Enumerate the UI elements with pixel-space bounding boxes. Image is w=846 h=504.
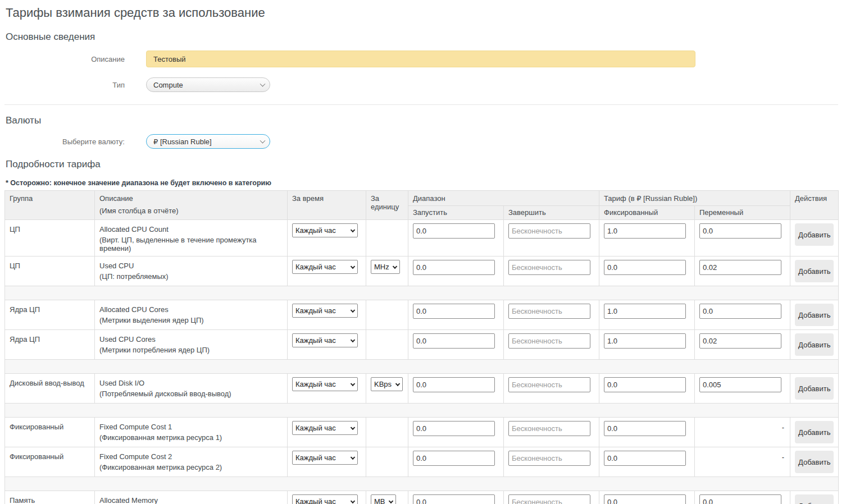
- col-header-rate: Тариф (в ₽ [Russian Ruble]): [599, 191, 790, 206]
- range-start-input[interactable]: [413, 494, 495, 504]
- per-unit-cell: [366, 300, 408, 330]
- type-form-row: Тип Compute: [4, 77, 838, 92]
- per-time-select[interactable]: Каждый час: [292, 260, 358, 274]
- description-cell: Fixed Compute Cost 1 (Фиксированная метр…: [95, 418, 288, 447]
- table-row: Ядра ЦП Used CPU Cores (Метрики потребле…: [5, 330, 839, 360]
- range-start-cell: [408, 418, 504, 447]
- add-button[interactable]: Добавить: [795, 421, 834, 443]
- add-button[interactable]: Добавить: [795, 451, 834, 473]
- range-end-input[interactable]: [508, 260, 590, 275]
- range-start-input[interactable]: [413, 304, 495, 319]
- per-time-select[interactable]: Каждый час: [292, 333, 358, 347]
- fixed-rate-input[interactable]: [604, 421, 686, 436]
- range-end-input[interactable]: [508, 451, 590, 466]
- unit-select[interactable]: MB: [371, 494, 396, 504]
- fixed-rate-cell: [599, 447, 695, 477]
- add-button[interactable]: Добавить: [795, 333, 834, 356]
- fixed-rate-cell: [599, 418, 695, 447]
- fixed-rate-cell: [599, 491, 695, 504]
- per-time-select-wrap: Каждый час: [292, 451, 358, 465]
- unit-select[interactable]: KBps: [371, 377, 403, 391]
- range-end-input[interactable]: [508, 223, 590, 239]
- actions-cell: Добавить: [790, 418, 839, 447]
- range-end-input[interactable]: [508, 333, 590, 349]
- metric-name: Used Disk I/O: [99, 379, 283, 387]
- description-input[interactable]: [146, 51, 695, 67]
- range-end-cell: [504, 447, 599, 477]
- description-cell: Used CPU Cores (Метрики потребления ядер…: [95, 330, 288, 360]
- group-cell: Ядра ЦП: [5, 330, 95, 360]
- metric-subtitle: (Метрики потребления ядер ЦП): [99, 346, 283, 354]
- per-time-select-wrap: Каждый час: [292, 333, 358, 347]
- add-button[interactable]: Добавить: [795, 377, 834, 400]
- add-button[interactable]: Добавить: [795, 223, 834, 246]
- range-start-input[interactable]: [413, 421, 495, 436]
- variable-rate-cell: [695, 330, 790, 360]
- unit-select[interactable]: MHz: [371, 260, 400, 274]
- per-time-select[interactable]: Каждый час: [292, 494, 358, 504]
- actions-cell: Добавить: [790, 374, 839, 404]
- per-time-select[interactable]: Каждый час: [292, 304, 358, 318]
- range-end-cell: [504, 491, 599, 504]
- basic-info-heading: Основные сведения: [6, 31, 838, 43]
- fixed-rate-cell: [599, 220, 695, 256]
- per-time-select[interactable]: Каждый час: [292, 377, 358, 391]
- per-time-select[interactable]: Каждый час: [292, 421, 358, 435]
- range-start-input[interactable]: [413, 223, 495, 239]
- col-header-range-start: Запустить: [408, 206, 504, 220]
- range-start-input[interactable]: [413, 260, 495, 275]
- add-button[interactable]: Добавить: [795, 260, 834, 282]
- spacer-row: [5, 477, 839, 491]
- variable-rate-input[interactable]: [699, 333, 781, 349]
- table-row: Дисковый ввод-вывод Used Disk I/O (Потре…: [5, 374, 839, 404]
- group-cell: Дисковый ввод-вывод: [5, 374, 95, 404]
- fixed-rate-input[interactable]: [604, 260, 686, 275]
- fixed-rate-input[interactable]: [604, 223, 686, 239]
- group-cell: ЦП: [5, 256, 95, 286]
- variable-rate-input[interactable]: [699, 223, 781, 239]
- currency-select[interactable]: ₽ [Russian Ruble]: [146, 134, 270, 149]
- range-start-cell: [408, 447, 504, 477]
- variable-rate-input[interactable]: [699, 304, 781, 319]
- range-end-input[interactable]: [508, 377, 590, 392]
- col-header-per-time: За время: [288, 191, 366, 220]
- actions-cell: Добавить: [790, 300, 839, 330]
- metric-name: Used CPU: [99, 262, 283, 270]
- add-button[interactable]: Добавить: [795, 304, 834, 326]
- range-end-input[interactable]: [508, 421, 590, 436]
- variable-rate-input[interactable]: [699, 494, 781, 504]
- range-start-input[interactable]: [413, 333, 495, 349]
- fixed-rate-input[interactable]: [604, 494, 686, 504]
- per-time-select[interactable]: Каждый час: [292, 223, 358, 237]
- spacer-cell: [5, 477, 839, 491]
- add-button[interactable]: Добавить: [795, 494, 834, 504]
- range-start-input[interactable]: [413, 377, 495, 392]
- col-header-range: Диапазон: [408, 191, 599, 206]
- col-header-range-end: Завершить: [504, 206, 599, 220]
- group-cell: Фиксированный: [5, 418, 95, 447]
- col-header-actions: Действия: [790, 191, 839, 220]
- per-time-cell: Каждый час: [288, 220, 366, 256]
- range-start-cell: [408, 374, 504, 404]
- range-end-cell: [504, 374, 599, 404]
- metric-subtitle: (Вирт. ЦП, выделенные в течение промежут…: [99, 236, 283, 253]
- range-end-input[interactable]: [508, 304, 590, 319]
- fixed-rate-input[interactable]: [604, 304, 686, 319]
- per-unit-cell: MHz: [366, 256, 408, 286]
- range-start-input[interactable]: [413, 451, 495, 466]
- per-time-select[interactable]: Каждый час: [292, 451, 358, 465]
- per-time-select-wrap: Каждый час: [292, 377, 358, 391]
- fixed-rate-input[interactable]: [604, 377, 686, 392]
- type-select[interactable]: Compute: [146, 77, 270, 92]
- spacer-cell: [5, 286, 839, 300]
- currency-label: Выберите валюту:: [4, 138, 125, 146]
- col-header-rate-fixed: Фиксированный: [599, 206, 695, 220]
- variable-rate-input[interactable]: [699, 377, 781, 392]
- per-unit-cell: MB: [366, 491, 408, 504]
- variable-rate-cell: [695, 220, 790, 256]
- fixed-rate-input[interactable]: [604, 333, 686, 349]
- per-unit-cell: [366, 418, 408, 447]
- fixed-rate-input[interactable]: [604, 451, 686, 466]
- variable-rate-input[interactable]: [699, 260, 781, 275]
- range-end-input[interactable]: [508, 494, 590, 504]
